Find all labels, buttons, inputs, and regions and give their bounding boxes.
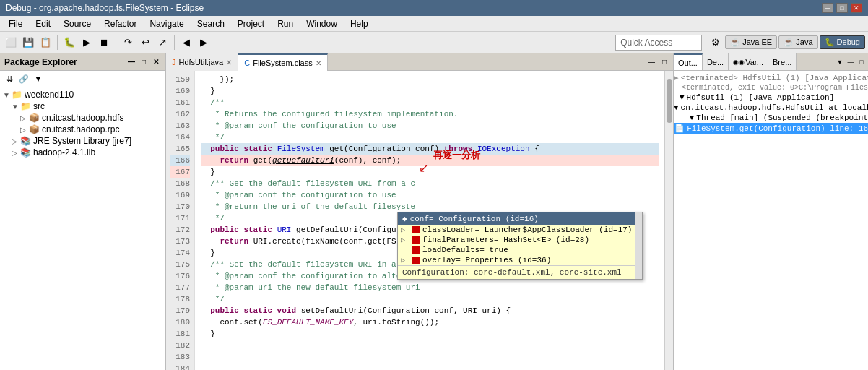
menu-search[interactable]: Search — [191, 17, 230, 30]
perspective-debug[interactable]: 🐛 Debug — [820, 35, 865, 49]
perspective-javaee[interactable]: ☕ Java EE — [725, 35, 777, 49]
tree-item-root[interactable]: ▼ 📁 weekend110 — [0, 89, 165, 100]
close-panel-btn[interactable]: ✕ — [151, 57, 161, 67]
annotation-arrow: ↙ — [419, 161, 428, 175]
toolbar-btn-back[interactable]: ◀ — [178, 35, 194, 51]
annotation-text: 再逐一分析 — [433, 149, 480, 162]
toolbar-btn-stepover[interactable]: ↩ — [137, 35, 153, 51]
collapse-all-btn[interactable]: ⇊ — [3, 72, 16, 85]
code-line: * @param conf the configuration to use — [201, 189, 659, 201]
popup-header-text: conf= Configuration (id=16) — [410, 215, 539, 223]
debug-arrow: ▼ — [680, 93, 685, 102]
tab-close-hdfsutil[interactable]: ✕ — [226, 59, 232, 66]
tab-filesystem[interactable]: C FileSystem.class ✕ — [238, 53, 327, 71]
code-line: /** — [201, 97, 659, 108]
menu-file[interactable]: File — [3, 17, 28, 30]
package-icon: 📦 — [29, 113, 40, 123]
tree-item-jre[interactable]: ▷ 📚 JRE System Library [jre7] — [0, 135, 165, 147]
menu-navigate[interactable]: Navigate — [144, 17, 189, 30]
tab-ctrl-maximize[interactable]: □ — [659, 56, 670, 68]
tab-breakpoints[interactable]: Bre... — [768, 53, 797, 71]
tree-item-src[interactable]: ▼ 📁 src — [0, 100, 165, 112]
toolbar-btn-2[interactable]: 💾 — [20, 35, 36, 51]
code-line: * @param uri the new default filesystem … — [201, 282, 659, 293]
var-dot — [412, 246, 420, 254]
menu-edit[interactable]: Edit — [30, 17, 56, 30]
tree-menu-btn[interactable]: ▼ — [32, 72, 45, 85]
menu-run[interactable]: Run — [272, 17, 299, 30]
tab-variables[interactable]: ◉◉Var... — [729, 53, 768, 71]
menu-project[interactable]: Project — [232, 17, 270, 30]
tab-bar-controls: — □ — [643, 53, 673, 70]
tree-item-hadoop-lib[interactable]: ▷ 📚 hadoop-2.4.1.lib — [0, 147, 165, 158]
popup-text: loadDefaults= true — [422, 246, 508, 254]
scrollbar-thumb[interactable] — [667, 79, 672, 123]
maximize-button[interactable]: □ — [836, 3, 848, 13]
perspective-java[interactable]: ☕ Java — [778, 35, 817, 49]
close-button[interactable]: ✕ — [851, 3, 862, 13]
maximize-panel-btn[interactable]: □ — [139, 57, 149, 67]
toolbar-sep-3 — [174, 35, 175, 50]
expand-icon — [401, 246, 409, 254]
right-ctrl-minimize[interactable]: — — [846, 57, 856, 67]
popup-text: finalParameters= HashSet<E> (id=28) — [422, 236, 589, 244]
tab-output[interactable]: Out... — [674, 53, 703, 71]
popup-row-loaddefaults[interactable]: loadDefaults= true — [398, 245, 642, 255]
package-explorer-title: Package Explorer — [4, 57, 77, 67]
toolbar-btn-3[interactable]: 📋 — [38, 35, 53, 51]
tree-item-hdfs[interactable]: ▷ 📦 cn.itcast.hadoop.hdfs — [0, 112, 165, 124]
popup-row-classloader[interactable]: ▷ classLoader= Launcher$AppClassLoader (… — [398, 225, 642, 235]
toolbar-run-btn[interactable]: ▶ — [79, 35, 95, 51]
package-icon: 📦 — [29, 124, 40, 134]
tab-hdfsutil[interactable]: J HdfsUtil.java ✕ — [166, 53, 238, 71]
debug-item-hdfsutil-class[interactable]: ▼ cn.itcast.hadoop.hdfs.HdfsUtil at loca… — [674, 103, 868, 113]
tree-item-rpc[interactable]: ▷ 📦 cn.itcast.hadoop.rpc — [0, 124, 165, 135]
debug-item-terminated1[interactable]: ▶ <terminated> HdfsUtil (1) [Java Applic… — [674, 72, 868, 83]
toolbar-btn-1[interactable]: ⬜ — [3, 35, 19, 51]
class-file-icon: C — [244, 59, 250, 67]
line-numbers: 159 160 161 162 163 164 165 166 167 168 … — [166, 71, 195, 370]
debug-item-label: cn.itcast.hadoop.hdfs.HdfsUtil at localh… — [681, 103, 868, 112]
popup-row-overlay[interactable]: ▷ overlay= Properties (id=36) — [398, 255, 642, 265]
debug-item-thread[interactable]: ▼ Thread [main] (Suspended (breakpoint — [674, 113, 868, 123]
debug-file-icon: 📄 — [674, 124, 685, 133]
tab-close-filesystem[interactable]: ✕ — [316, 59, 321, 67]
toolbar-btn-stepout[interactable]: ↗ — [155, 35, 170, 51]
editor-tab-bar: J HdfsUtil.java ✕ C FileSystem.class ✕ —… — [166, 53, 673, 71]
minimize-panel-btn[interactable]: — — [126, 57, 136, 67]
right-ctrl-menu[interactable]: ▼ — [835, 57, 845, 67]
popup-row-finalparams[interactable]: ▷ finalParameters= HashSet<E> (id=28) — [398, 235, 642, 245]
toolbar-btn-fwd[interactable]: ▶ — [196, 35, 212, 51]
menu-help[interactable]: Help — [344, 17, 374, 30]
debug-item-label: <terminated> HdfsUtil (1) [Java Applicat… — [681, 74, 868, 82]
debug-item-hdfsutil[interactable]: ▼ HdfsUtil (1) [Java Application] — [674, 92, 868, 103]
variable-popup: ◆ conf= Configuration (id=16) ▷ classLoa… — [397, 212, 643, 280]
toolbar-stop-btn[interactable]: ⏹ — [96, 35, 112, 51]
popup-scrollbar[interactable] — [635, 212, 642, 279]
debug-arrow: ▼ — [690, 113, 695, 122]
popup-footer: Configuration: core-default.xml, core-si… — [398, 265, 642, 279]
debug-item-filesystem-selected[interactable]: 📄 FileSystem.get(Configuration) line: 16 — [674, 123, 868, 134]
tree-item-label: JRE System Library [jre7] — [33, 136, 131, 146]
tab-debug[interactable]: De... — [703, 53, 729, 71]
toolbar-btn-step[interactable]: ↷ — [120, 35, 136, 51]
link-editor-btn[interactable]: 🔗 — [17, 72, 30, 85]
menu-source[interactable]: Source — [58, 17, 97, 30]
perspective-icon[interactable]: ⚙ — [708, 35, 724, 51]
menu-window[interactable]: Window — [300, 17, 343, 30]
quick-access-box[interactable]: Quick Access — [615, 35, 702, 51]
editor-scrollbar[interactable] — [664, 71, 673, 370]
package-tree: ▼ 📁 weekend110 ▼ 📁 src ▷ 📦 cn.itcast.had… — [0, 87, 165, 370]
lib-icon: 📚 — [20, 136, 31, 146]
toolbar-sep-1 — [57, 35, 58, 50]
tab-ctrl-minimize[interactable]: — — [646, 56, 657, 68]
java-file-icon: J — [172, 58, 176, 66]
right-ctrl-maximize[interactable]: □ — [856, 57, 867, 67]
code-line: } — [201, 85, 659, 97]
expand-icon: ▷ — [401, 236, 409, 244]
minimize-button[interactable]: ─ — [822, 3, 833, 13]
toolbar-debug-btn[interactable]: 🐛 — [61, 35, 77, 51]
menu-refactor[interactable]: Refactor — [98, 17, 142, 30]
debug-item-label: Thread [main] (Suspended (breakpoint — [696, 113, 868, 122]
debug-item-terminated2[interactable]: <terminated, exit value: 0>C:\Program Fi… — [674, 83, 868, 92]
